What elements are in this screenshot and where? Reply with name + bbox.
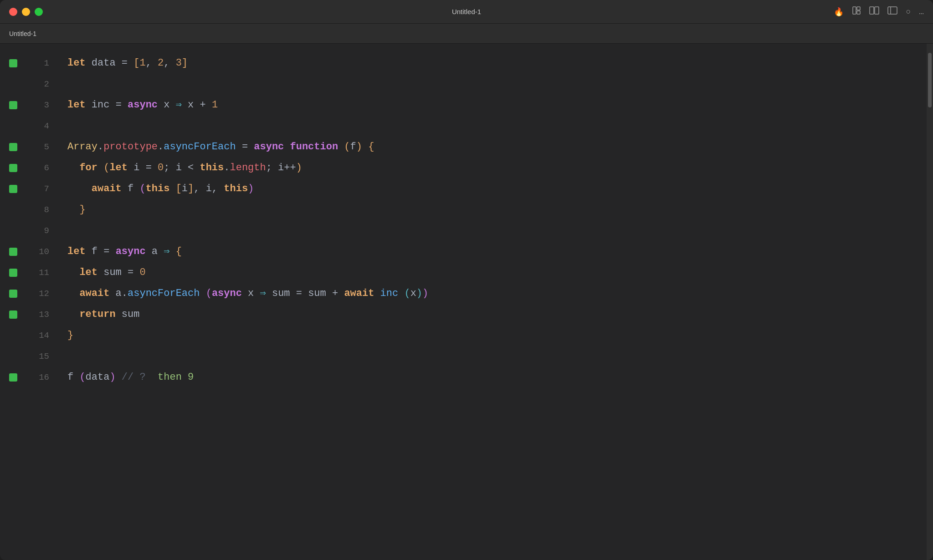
- breakpoint-9[interactable]: [9, 227, 17, 235]
- svg-rect-3: [870, 7, 874, 14]
- code-line-16: 16 f (data) // ? then 9: [0, 367, 927, 388]
- line-num-8: 8: [26, 205, 49, 215]
- maximize-button[interactable]: [35, 8, 43, 16]
- breakpoint-15[interactable]: [9, 352, 17, 361]
- line-num-5: 5: [26, 142, 49, 152]
- breakpoint-4[interactable]: [9, 122, 17, 130]
- code-line-15: 15: [0, 346, 927, 367]
- layout-icon[interactable]: [852, 6, 861, 17]
- code-content-16: f (data) // ? then 9: [67, 372, 194, 382]
- svg-rect-2: [857, 11, 860, 14]
- code-line-7: 7 await f (this [i], i, this): [0, 178, 927, 199]
- line-num-14: 14: [26, 331, 49, 341]
- breakpoint-14[interactable]: [9, 331, 17, 340]
- code-line-12: 12 await a.asyncForEach (async x ⇒ sum =…: [0, 283, 927, 304]
- scrollbar-thumb[interactable]: [928, 53, 932, 107]
- breakpoint-16[interactable]: [9, 373, 17, 382]
- breakpoint-1[interactable]: [9, 59, 17, 67]
- line-num-11: 11: [26, 268, 49, 278]
- code-line-14: 14 }: [0, 325, 927, 346]
- code-content-5: Array.prototype.asyncForEach = async fun…: [67, 142, 374, 152]
- line-num-3: 3: [26, 100, 49, 110]
- code-line-9: 9: [0, 220, 927, 241]
- svg-rect-1: [857, 7, 860, 10]
- breakpoint-2[interactable]: [9, 80, 17, 88]
- close-button[interactable]: [9, 8, 17, 16]
- svg-rect-5: [888, 7, 897, 14]
- breakpoint-5[interactable]: [9, 143, 17, 151]
- breakpoint-7[interactable]: [9, 185, 17, 193]
- code-content-10: let f = async a ⇒ {: [67, 247, 182, 257]
- svg-rect-0: [853, 7, 856, 14]
- file-toolbar: Untitled-1: [0, 24, 933, 44]
- code-content-1: let data = [1, 2, 3]: [67, 58, 188, 68]
- line-num-16: 16: [26, 372, 49, 382]
- breakpoint-3[interactable]: [9, 101, 17, 109]
- code-content-11: let sum = 0: [67, 268, 146, 278]
- circle-icon[interactable]: ○: [906, 7, 911, 16]
- code-content-7: await f (this [i], i, this): [67, 184, 254, 194]
- breakpoint-8[interactable]: [9, 206, 17, 214]
- code-line-8: 8 }: [0, 199, 927, 220]
- code-line-13: 13 return sum: [0, 304, 927, 325]
- breakpoint-6[interactable]: [9, 164, 17, 172]
- breakpoint-12[interactable]: [9, 290, 17, 298]
- line-num-9: 9: [26, 226, 49, 236]
- breakpoint-10[interactable]: [9, 248, 17, 256]
- code-line-11: 11 let sum = 0: [0, 262, 927, 283]
- main-window: Untitled-1 🔥: [0, 0, 933, 560]
- scrollbar[interactable]: [927, 44, 933, 560]
- code-line-3: 3 let inc = async x ⇒ x + 1: [0, 95, 927, 116]
- minimize-button[interactable]: [22, 8, 30, 16]
- code-line-1: 1 let data = [1, 2, 3]: [0, 53, 927, 74]
- line-num-12: 12: [26, 289, 49, 299]
- line-num-2: 2: [26, 79, 49, 89]
- code-line-2: 2: [0, 74, 927, 95]
- line-num-4: 4: [26, 121, 49, 131]
- breakpoint-13[interactable]: [9, 311, 17, 319]
- code-content-14: }: [67, 331, 73, 341]
- code-line-6: 6 for (let i = 0; i < this.length; i++): [0, 158, 927, 178]
- more-icon[interactable]: …: [919, 7, 924, 16]
- code-content-6: for (let i = 0; i < this.length; i++): [67, 163, 302, 173]
- flame-icon[interactable]: 🔥: [834, 7, 844, 17]
- line-num-10: 10: [26, 247, 49, 257]
- code-content-8: }: [67, 205, 86, 215]
- line-num-13: 13: [26, 310, 49, 320]
- code-content-12: await a.asyncForEach (async x ⇒ sum = su…: [67, 289, 428, 299]
- tab-title[interactable]: Untitled-1: [9, 30, 36, 37]
- svg-rect-4: [875, 7, 879, 14]
- editor-area: 1 let data = [1, 2, 3] 2 3 let inc = asy…: [0, 44, 933, 560]
- title-bar: Untitled-1 🔥: [0, 0, 933, 24]
- line-num-15: 15: [26, 351, 49, 361]
- line-num-1: 1: [26, 58, 49, 68]
- traffic-lights: [9, 8, 43, 16]
- line-num-7: 7: [26, 184, 49, 194]
- line-num-6: 6: [26, 163, 49, 173]
- window-title: Untitled-1: [452, 8, 481, 15]
- breakpoint-11[interactable]: [9, 269, 17, 277]
- code-line-5: 5 Array.prototype.asyncForEach = async f…: [0, 137, 927, 158]
- sidebar-icon[interactable]: [887, 6, 897, 17]
- title-bar-actions: 🔥 ○ …: [834, 6, 924, 17]
- code-editor[interactable]: 1 let data = [1, 2, 3] 2 3 let inc = asy…: [0, 44, 927, 560]
- code-line-10: 10 let f = async a ⇒ {: [0, 241, 927, 262]
- code-content-13: return sum: [67, 310, 139, 320]
- columns-icon[interactable]: [869, 6, 879, 17]
- code-content-3: let inc = async x ⇒ x + 1: [67, 100, 218, 110]
- code-line-4: 4: [0, 116, 927, 137]
